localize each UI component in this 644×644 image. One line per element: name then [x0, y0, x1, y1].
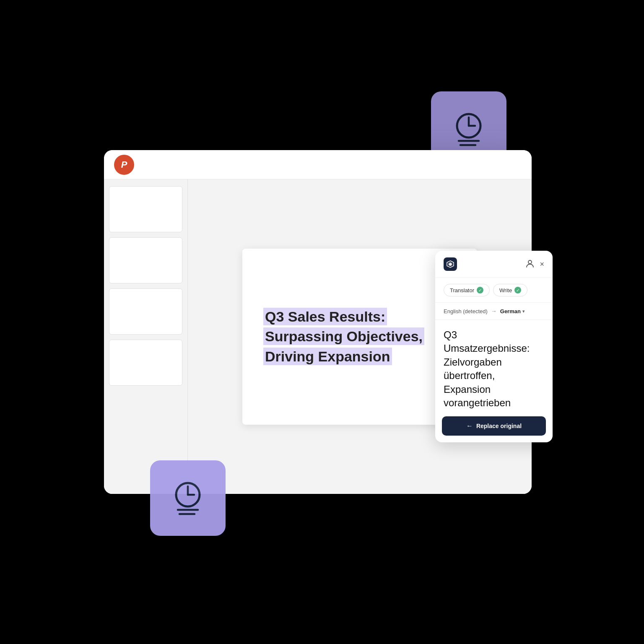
powerpoint-logo: P [114, 155, 134, 175]
panel-header: × [435, 251, 553, 278]
lang-arrow-icon: → [491, 308, 497, 314]
replace-arrow-icon: ← [466, 422, 473, 430]
translator-chip[interactable]: Translator ✓ [444, 284, 490, 296]
language-row: English (detected) → German ▾ [435, 303, 553, 320]
slide-sidebar [104, 179, 188, 494]
slide-title-line1: Q3 Sales Results: [263, 308, 387, 325]
user-icon[interactable] [525, 259, 535, 270]
translator-chip-label: Translator [450, 287, 474, 293]
replace-btn-label: Replace original [476, 423, 522, 429]
slide-title-line2: Surpassing Objectives, [263, 327, 424, 345]
write-check-icon: ✓ [514, 287, 521, 293]
floating-icon-box-bottom [150, 460, 226, 536]
translator-check-icon: ✓ [477, 287, 483, 293]
svg-point-8 [528, 260, 532, 264]
panel-chips: Translator ✓ Write ✓ [435, 278, 553, 303]
translation-text: Q3 Umsatzergebnisse: Zielvorgaben übertr… [444, 328, 544, 410]
translation-panel: × Translator ✓ Write ✓ English (detected… [435, 251, 553, 442]
write-chip[interactable]: Write ✓ [493, 284, 527, 296]
translation-output: Q3 Umsatzergebnisse: Zielvorgaben übertr… [435, 320, 553, 416]
target-language-label: German [500, 308, 521, 314]
panel-actions: × [525, 259, 544, 270]
chevron-down-icon: ▾ [522, 309, 525, 314]
close-button[interactable]: × [540, 260, 544, 268]
source-language: English (detected) [444, 308, 488, 314]
slide-thumb-1[interactable] [109, 186, 182, 232]
logo-icon [447, 260, 454, 268]
chart-icon-bottom [167, 477, 209, 519]
replace-original-button[interactable]: ← Replace original [442, 416, 546, 436]
slide-thumb-3[interactable] [109, 288, 182, 335]
write-chip-label: Write [499, 287, 512, 293]
slide-title-line3: Driving Expansion [263, 348, 392, 365]
chart-icon-top [448, 108, 490, 150]
slide-title: Q3 Sales Results: Surpassing Objectives,… [263, 307, 424, 367]
target-language-selector[interactable]: German ▾ [500, 308, 525, 314]
slide-thumb-2[interactable] [109, 237, 182, 283]
slide-thumb-4[interactable] [109, 340, 182, 386]
app-logo [444, 257, 457, 271]
top-bar: P [104, 150, 532, 179]
